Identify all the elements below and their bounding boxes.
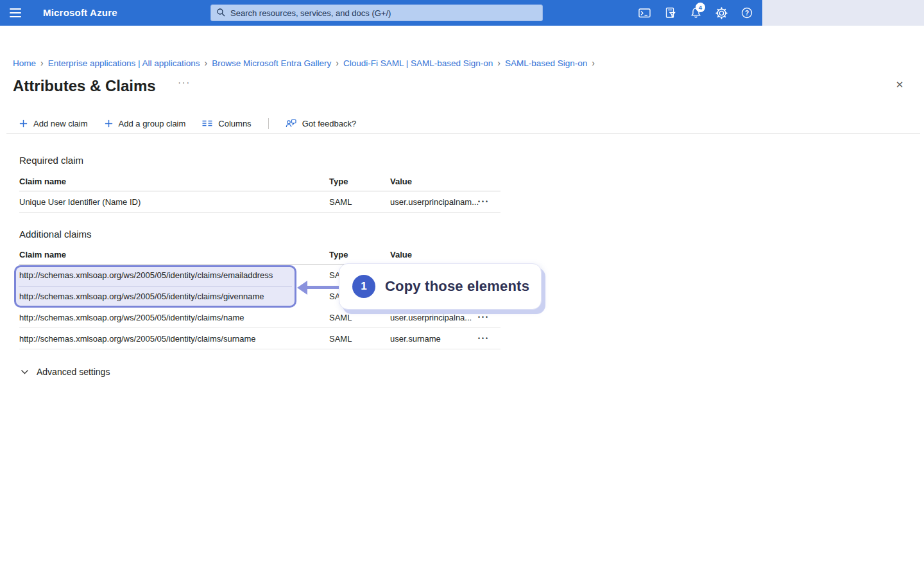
hamburger-icon <box>10 8 21 10</box>
topbar-account-area[interactable] <box>762 0 924 26</box>
more-options-button[interactable]: ••• <box>478 335 501 342</box>
more-options-button[interactable]: ••• <box>478 314 501 320</box>
command-bar: Add new claim Add a group claim Columns … <box>19 114 924 132</box>
more-options-icon: ••• <box>478 198 490 205</box>
chevron-right-icon: › <box>493 58 505 68</box>
gear-icon <box>715 7 728 19</box>
cloud-shell-button[interactable] <box>631 0 657 26</box>
hamburger-menu-button[interactable] <box>8 0 33 26</box>
search-icon <box>216 8 226 17</box>
got-feedback-button[interactable]: Got feedback? <box>286 119 357 128</box>
claim-value: user.userprincipalna... <box>390 313 478 322</box>
column-header-claim-name: Claim name <box>19 177 329 186</box>
claim-name-link[interactable]: http://schemas.xmlsoap.org/ws/2005/05/id… <box>19 292 329 301</box>
chevron-right-icon: › <box>36 58 48 68</box>
column-header-value: Value <box>390 177 478 186</box>
chevron-right-icon: › <box>331 58 343 68</box>
breadcrumb-saml-sign-on[interactable]: SAML-based Sign-on <box>505 58 587 68</box>
directory-filter-icon <box>664 7 676 19</box>
more-options-icon: ••• <box>478 314 490 320</box>
claim-name-link[interactable]: http://schemas.xmlsoap.org/ws/2005/05/id… <box>19 334 329 344</box>
hamburger-icon <box>10 16 21 17</box>
required-claim-table: Claim name Type Value Unique User Identi… <box>19 172 501 213</box>
cloud-shell-icon <box>638 7 651 19</box>
add-new-claim-label: Add new claim <box>33 119 88 128</box>
required-claim-heading: Required claim <box>19 155 924 166</box>
add-group-claim-label: Add a group claim <box>119 119 186 128</box>
column-header-type: Type <box>329 250 390 259</box>
breadcrumb-enterprise-applications[interactable]: Enterprise applications | All applicatio… <box>48 58 200 68</box>
annotation-arrow-shaft <box>306 286 343 289</box>
breadcrumb-entra-gallery[interactable]: Browse Microsoft Entra Gallery <box>212 58 331 68</box>
columns-label: Columns <box>218 119 251 128</box>
claim-type: SAML <box>329 313 390 322</box>
claim-type: SAML <box>329 197 390 207</box>
global-search <box>210 4 543 21</box>
settings-button[interactable] <box>708 0 734 26</box>
additional-claims-heading: Additional claims <box>19 229 924 240</box>
chevron-right-icon: › <box>587 58 599 68</box>
column-header-type: Type <box>329 177 390 186</box>
advanced-settings-toggle[interactable]: Advanced settings <box>21 367 110 377</box>
add-new-claim-button[interactable]: Add new claim <box>19 119 88 128</box>
breadcrumb-home[interactable]: Home <box>13 58 36 68</box>
annotation-tooltip: 1 Copy those elements <box>339 263 542 310</box>
claim-name-link[interactable]: Unique User Identifier (Name ID) <box>19 197 329 207</box>
plus-icon <box>19 119 28 128</box>
help-button[interactable]: ? <box>734 0 760 26</box>
page-title: Attributes & Claims <box>13 76 156 96</box>
toolbar-divider <box>268 118 269 129</box>
brand-title: Microsoft Azure <box>43 0 117 26</box>
breadcrumb: Home›Enterprise applications | All appli… <box>13 58 924 68</box>
close-icon: ✕ <box>896 79 904 90</box>
table-row: http://schemas.xmlsoap.org/ws/2005/05/id… <box>19 328 501 349</box>
annotation-step-badge: 1 <box>352 275 375 298</box>
column-header-value: Value <box>390 250 478 259</box>
ellipsis-icon[interactable]: ··· <box>178 77 191 87</box>
advanced-settings-label: Advanced settings <box>37 367 110 377</box>
chevron-right-icon: › <box>200 58 212 68</box>
hamburger-icon <box>10 12 21 13</box>
notification-count-badge: 4 <box>696 3 705 12</box>
claim-value: user.userprincipalnam... <box>390 197 478 207</box>
toolbar-rule <box>6 133 920 134</box>
table-row: Unique User Identifier (Name ID) SAML us… <box>19 191 501 213</box>
got-feedback-label: Got feedback? <box>302 119 357 128</box>
notifications-button[interactable]: 4 <box>683 0 708 26</box>
table-row: http://schemas.xmlsoap.org/ws/2005/05/id… <box>19 307 501 328</box>
page-header: Attributes & Claims ··· ✕ <box>13 76 924 96</box>
topbar-icon-group: 4 ? <box>631 0 760 26</box>
table-header-row: Claim name Type Value <box>19 172 501 191</box>
help-icon: ? <box>740 6 753 19</box>
column-header-claim-name: Claim name <box>19 250 329 259</box>
chevron-down-icon <box>21 369 29 374</box>
claim-type: SAML <box>329 334 390 344</box>
claim-value: user.surname <box>390 334 478 344</box>
azure-top-bar: Microsoft Azure <box>0 0 924 26</box>
claim-name-link[interactable]: http://schemas.xmlsoap.org/ws/2005/05/id… <box>19 270 329 280</box>
svg-text:?: ? <box>745 10 749 17</box>
columns-icon <box>202 119 212 128</box>
table-header-row: Claim name Type Value <box>19 245 501 265</box>
more-options-icon: ••• <box>478 335 490 342</box>
more-options-button[interactable]: ••• <box>478 198 501 205</box>
feedback-person-icon <box>286 119 296 128</box>
directory-filter-button[interactable] <box>657 0 683 26</box>
additional-claims-table: Claim name Type Value http://schemas.xml… <box>19 245 501 349</box>
close-button[interactable]: ✕ <box>892 77 907 92</box>
add-group-claim-button[interactable]: Add a group claim <box>105 119 186 128</box>
breadcrumb-cloudi-fi-saml[interactable]: Cloudi-Fi SAML | SAML-based Sign-on <box>343 58 493 68</box>
search-input[interactable] <box>210 4 543 21</box>
columns-button[interactable]: Columns <box>202 119 251 128</box>
annotation-label: Copy those elements <box>385 278 529 295</box>
plus-icon <box>105 119 113 128</box>
claim-name-link[interactable]: http://schemas.xmlsoap.org/ws/2005/05/id… <box>19 313 329 322</box>
